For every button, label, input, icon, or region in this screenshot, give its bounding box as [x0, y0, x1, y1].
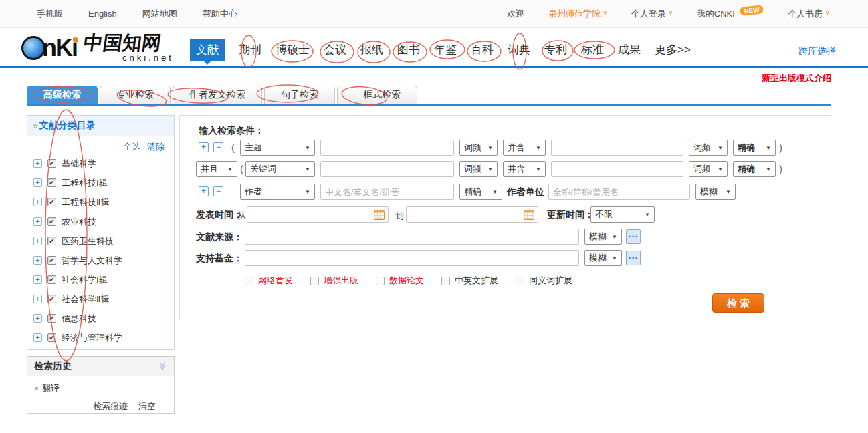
search-trace-link[interactable]: 检索痕迹 [93, 400, 128, 412]
field-select[interactable]: 关键词 ▼ [245, 161, 315, 177]
personal-login-dropdown[interactable]: 个人登录 ˅ [631, 8, 673, 20]
english-link[interactable]: English [88, 8, 117, 20]
clear-link[interactable]: 清除 [147, 141, 165, 153]
expand-plus-icon[interactable]: + [33, 333, 42, 342]
category-checkbox[interactable]: ✔ [47, 159, 56, 168]
clear-history-link[interactable]: 清空 [138, 400, 156, 412]
category-checkbox[interactable]: ✔ [47, 237, 56, 245]
checkbox-icon[interactable] [245, 277, 253, 285]
nav-item-more[interactable]: 更多>> [655, 42, 691, 57]
author-name-input[interactable] [320, 184, 454, 200]
my-cnki-link[interactable]: 我的CNKI NEW [697, 8, 764, 20]
category-label[interactable]: 农业科技 [62, 216, 96, 228]
date-to-input[interactable] [406, 206, 538, 223]
frequency-select-2[interactable]: 词频 ▼ [689, 161, 728, 177]
category-label[interactable]: 工程科技Ⅰ辑 [62, 177, 108, 189]
calendar-icon[interactable] [524, 210, 534, 220]
relation-select[interactable]: 并含 ▼ [503, 161, 546, 177]
category-checkbox[interactable]: ✔ [47, 198, 56, 206]
category-checkbox[interactable]: ✔ [47, 178, 56, 187]
tab-advanced-search[interactable]: 高级检索 [27, 86, 98, 104]
author-match-select[interactable]: 精确 ▼ [459, 184, 502, 200]
author-field-select[interactable]: 作者 ▼ [240, 184, 315, 200]
checkbox-icon[interactable] [441, 277, 450, 285]
expand-plus-icon[interactable]: + [33, 275, 42, 284]
category-label[interactable]: 社会科学Ⅰ辑 [62, 274, 108, 286]
checkbox-cn-en-extension[interactable]: 中英文扩展 [441, 275, 498, 287]
mobile-version-link[interactable]: 手机版 [37, 8, 63, 20]
nav-item-book[interactable]: 图书 [397, 42, 420, 57]
expand-plus-icon[interactable]: + [33, 159, 42, 168]
checkbox-icon[interactable] [310, 277, 319, 285]
author-unit-input[interactable] [548, 184, 690, 200]
checkbox-enhanced-publishing[interactable]: 增强出版 [310, 275, 358, 287]
cross-database-select-link[interactable]: 跨库选择 [798, 45, 836, 57]
search-term-input[interactable] [320, 161, 454, 177]
category-checkbox[interactable]: ✔ [47, 256, 56, 265]
tab-professional-search[interactable]: 专业检索 [100, 86, 171, 104]
search-term-input-2[interactable] [551, 161, 683, 177]
field-select[interactable]: 主题 ▼ [240, 140, 315, 156]
search-term-input[interactable] [320, 140, 454, 156]
expand-plus-icon[interactable]: + [33, 237, 42, 245]
remove-row-icon[interactable]: − [213, 186, 223, 196]
nav-item-literature[interactable]: 文献 [190, 39, 225, 61]
fund-input[interactable] [245, 250, 579, 266]
collapse-chevron-icon[interactable]: ≫ [158, 362, 168, 371]
update-time-select[interactable]: 不限 ▼ [590, 206, 655, 223]
logic-select[interactable]: 并且 ▼ [196, 161, 237, 177]
institution-dropdown[interactable]: 泉州师范学院 ˅ [548, 8, 607, 20]
nav-item-dictionary[interactable]: 词典 [508, 42, 530, 57]
nav-item-journal[interactable]: 期刊 [239, 42, 261, 57]
nav-item-yearbook[interactable]: 年鉴 [434, 42, 457, 57]
unit-match-select[interactable]: 模糊 ▼ [695, 184, 736, 200]
frequency-select[interactable]: 词频 ▼ [459, 140, 498, 156]
nav-item-encyclopedia[interactable]: 百科 [471, 42, 494, 57]
remove-row-icon[interactable]: − [213, 142, 223, 152]
category-checkbox[interactable]: ✔ [47, 314, 56, 323]
new-publishing-mode-link[interactable]: 新型出版模式介绍 [762, 72, 831, 84]
add-row-icon[interactable]: + [199, 186, 209, 196]
personal-study-dropdown[interactable]: 个人书房 ˅ [788, 8, 829, 20]
expand-plus-icon[interactable]: + [33, 178, 42, 187]
fund-match-select[interactable]: 模糊 ▼ [584, 250, 622, 266]
cnki-logo[interactable]: nKi 中国知网 cnki.net [21, 33, 174, 63]
fund-more-button[interactable]: ... [626, 251, 641, 265]
help-center-link[interactable]: 帮助中心 [203, 8, 237, 20]
expand-plus-icon[interactable]: + [33, 295, 42, 303]
category-label[interactable]: 医药卫生科技 [62, 235, 114, 247]
search-term-input-2[interactable] [551, 140, 683, 156]
date-from-input[interactable] [247, 206, 389, 223]
select-all-link[interactable]: 全选 [123, 141, 140, 153]
source-input[interactable] [245, 229, 579, 245]
checkbox-data-paper[interactable]: 数据论文 [376, 275, 424, 287]
checkbox-synonym-extension[interactable]: 同义词扩展 [516, 275, 572, 287]
category-label[interactable]: 基础科学 [62, 158, 96, 170]
nav-item-conference[interactable]: 会议 [324, 42, 346, 57]
category-checkbox[interactable]: ✔ [47, 295, 56, 303]
category-label[interactable]: 工程科技Ⅱ辑 [62, 196, 109, 208]
tab-one-box-search[interactable]: 一框式检索 [337, 86, 417, 104]
category-checkbox[interactable]: ✔ [47, 333, 56, 342]
nav-item-thesis[interactable]: 博硕士 [276, 42, 310, 57]
nav-item-achievement[interactable]: 成果 [618, 42, 641, 57]
search-button[interactable]: 检 索 [712, 293, 764, 313]
category-label[interactable]: 哲学与人文科学 [62, 255, 122, 267]
tab-author-publication-search[interactable]: 作者发文检索 [173, 86, 262, 104]
add-row-icon[interactable]: + [199, 142, 209, 152]
history-item[interactable]: 翻译 [35, 382, 174, 394]
category-label[interactable]: 经济与管理科学 [62, 332, 122, 344]
category-checkbox[interactable]: ✔ [47, 275, 56, 284]
source-match-select[interactable]: 模糊 ▼ [584, 229, 622, 245]
match-select[interactable]: 精确 ▼ [733, 161, 776, 177]
expand-plus-icon[interactable]: + [33, 198, 42, 206]
source-more-button[interactable]: ... [626, 229, 641, 244]
nav-item-newspaper[interactable]: 报纸 [360, 42, 383, 57]
checkbox-icon[interactable] [376, 277, 385, 285]
match-select[interactable]: 精确 ▼ [733, 140, 776, 156]
expand-plus-icon[interactable]: + [33, 314, 42, 323]
frequency-select-2[interactable]: 词频 ▼ [689, 140, 728, 156]
tab-sentence-search[interactable]: 句子检索 [264, 86, 335, 104]
checkbox-icon[interactable] [516, 277, 524, 285]
frequency-select[interactable]: 词频 ▼ [459, 161, 498, 177]
